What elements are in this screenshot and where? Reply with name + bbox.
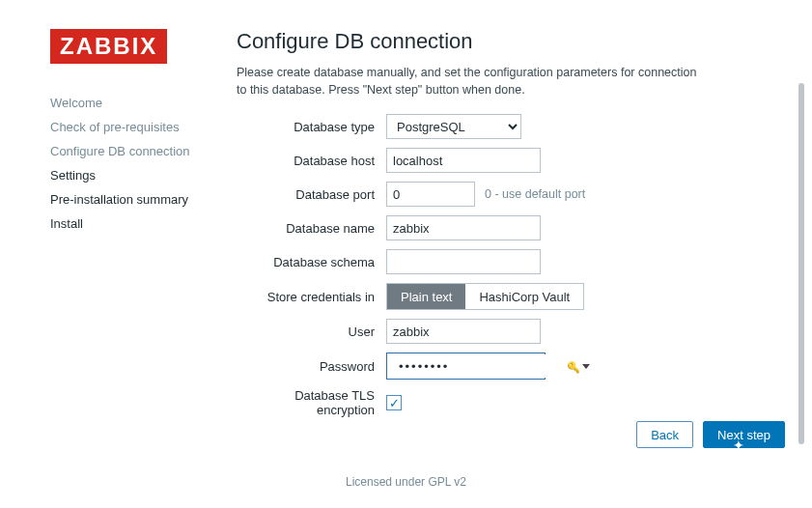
store-creds-label: Store credentials in (237, 290, 386, 304)
tls-checkbox[interactable]: ✓ (386, 395, 402, 410)
next-step-label: Next step (717, 428, 770, 442)
sidebar: ZABBIX Welcome Check of pre-requisites C… (0, 29, 237, 454)
db-schema-input[interactable] (386, 249, 541, 274)
sidebar-item-prereq[interactable]: Check of pre-requisites (50, 115, 237, 139)
db-schema-label: Database schema (237, 255, 386, 269)
db-name-label: Database name (237, 221, 386, 236)
page-title: Configure DB connection (237, 29, 785, 54)
password-wrapper (386, 353, 546, 380)
sidebar-item-dbconn[interactable]: Configure DB connection (50, 139, 237, 163)
db-type-select[interactable]: PostgreSQL (386, 114, 521, 139)
page-description: Please create database manually, and set… (237, 64, 700, 99)
user-input[interactable] (386, 319, 541, 344)
db-host-label: Database host (237, 154, 386, 168)
key-icon (567, 359, 580, 374)
chevron-down-icon (582, 364, 590, 369)
next-step-button[interactable]: Next step ✦ (703, 421, 785, 448)
footer: Licensed under GPL v2 (0, 464, 812, 500)
scrollbar-track[interactable] (798, 83, 804, 444)
db-port-input[interactable] (386, 182, 475, 207)
content-area: Configure DB connection Please create da… (237, 29, 785, 454)
store-creds-plaintext[interactable]: Plain text (387, 284, 465, 309)
password-input[interactable] (393, 354, 567, 378)
sidebar-item-install[interactable]: Install (50, 212, 237, 236)
footer-text: Licensed under (346, 475, 428, 489)
db-port-label: Database port (237, 187, 386, 202)
button-bar: Back Next step ✦ (636, 421, 785, 448)
back-button[interactable]: Back (636, 421, 693, 448)
user-label: User (237, 325, 386, 339)
password-options-toggle[interactable] (567, 359, 590, 374)
sidebar-item-settings[interactable]: Settings (50, 163, 237, 187)
tls-label: Database TLS encryption (237, 388, 386, 417)
store-creds-toggle: Plain text HashiCorp Vault (386, 283, 584, 310)
db-type-label: Database type (237, 120, 386, 134)
db-host-input[interactable] (386, 148, 541, 173)
db-form: Database type PostgreSQL Database host D… (237, 114, 785, 426)
sidebar-item-welcome[interactable]: Welcome (50, 91, 237, 115)
password-label: Password (237, 359, 386, 374)
footer-license-link[interactable]: GPL v2 (428, 475, 466, 489)
db-port-hint: 0 - use default port (485, 187, 585, 201)
sidebar-item-summary[interactable]: Pre-installation summary (50, 187, 237, 212)
brand-logo: ZABBIX (50, 29, 167, 64)
store-creds-vault[interactable]: HashiCorp Vault (465, 284, 583, 309)
db-name-input[interactable] (386, 215, 541, 240)
